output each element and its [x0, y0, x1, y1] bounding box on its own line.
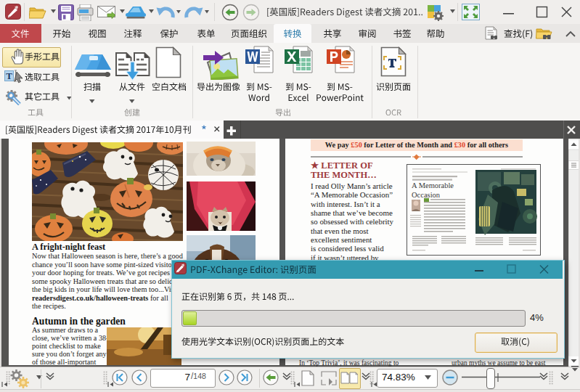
svg-text:A Memorable: A Memorable	[412, 181, 454, 189]
svg-text:T: T	[6, 70, 12, 81]
svg-text:Occasion: Occasion	[412, 191, 441, 199]
